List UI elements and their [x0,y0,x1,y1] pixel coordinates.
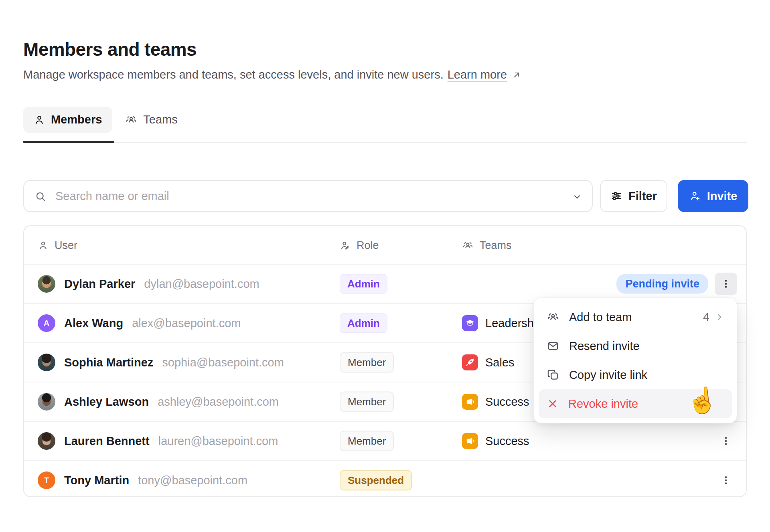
tab-teams-label: Teams [143,113,177,126]
users-icon [547,311,559,324]
menu-item-label: Copy invite link [569,368,647,382]
column-teams: Teams [462,226,512,265]
role-badge: Member [340,392,394,412]
mail-icon [547,340,559,352]
avatar: T [38,471,55,489]
menu-item-resend-invite[interactable]: Resend invite [539,332,732,360]
row-menu-button[interactable] [715,469,737,492]
member-email: ashley@basepoint.com [158,395,279,409]
kebab-icon [720,278,732,289]
copy-icon [547,368,559,381]
user-icon [38,240,49,251]
kebab-icon [720,475,732,486]
menu-item-label: Add to team [569,311,632,324]
member-name: Tony Martin [64,474,129,487]
member-name: Sophia Martinez [64,356,153,369]
column-role-label: Role [357,239,379,252]
menu-item-label: Resend invite [569,340,640,353]
pending-invite-badge: Pending invite [616,274,708,294]
menu-item-add-to-team[interactable]: Add to team 4 [539,303,732,332]
column-user: User [38,226,77,265]
search-input[interactable] [55,182,573,210]
avatar [38,432,55,450]
graduation-cap-icon [462,315,478,331]
role-badge: Admin [340,314,387,333]
member-name: Lauren Bennett [64,435,150,448]
member-email: alex@basepoint.com [132,317,241,330]
member-email: tony@basepoint.com [138,474,247,487]
rocket-icon [462,354,478,370]
role-badge: Member [340,431,394,451]
kebab-icon [720,435,732,447]
menu-item-label: Revoke invite [568,397,638,411]
member-name: Dylan Parker [64,277,135,291]
avatar [38,275,55,293]
x-icon [547,398,559,410]
table-row-lauren-bennett[interactable]: Lauren Bennett lauren@basepoint.com Memb… [24,422,746,460]
row-menu-button[interactable] [715,430,737,452]
member-email: sophia@basepoint.com [162,356,284,369]
team-chip: Sales [462,343,515,382]
column-user-label: User [55,239,77,252]
avatar: A [38,314,55,332]
team-chip: Success [462,422,529,460]
tab-members-label: Members [51,113,102,126]
filter-button-label: Filter [628,190,657,203]
chevron-right-icon [714,312,725,322]
subtitle-text: Manage workspace members and teams, set … [23,68,444,81]
page-subtitle: Manage workspace members and teams, set … [23,68,521,81]
avatar [38,393,55,411]
table-row-tony-martin[interactable]: T Tony Martin tony@basepoint.com Suspend… [24,461,746,500]
team-name: Success [485,395,529,409]
active-tab-underline [23,141,114,143]
team-chip: Success [462,382,529,421]
table-header: User Role Teams [24,226,746,265]
role-badge: Suspended [340,470,412,491]
tab-members[interactable]: Members [23,107,112,133]
role-badge: Admin [340,274,387,294]
member-email: dylan@basepoint.com [144,277,259,291]
chevron-down-icon[interactable] [572,192,582,202]
team-name: Success [485,435,529,448]
team-count: 4 [703,311,709,324]
invite-button-label: Invite [707,190,738,203]
learn-more-link[interactable]: Learn more [448,68,507,81]
team-chip: Leadership [462,304,543,342]
hand-cursor: ☝ [685,384,719,417]
search-box [23,180,593,212]
users-icon [462,240,474,251]
tabs-divider [23,142,747,143]
sliders-icon [610,190,622,202]
team-name: Sales [485,356,515,369]
user-plus-icon [689,190,701,202]
tab-bar: Members Teams [23,107,188,133]
megaphone-icon [462,433,478,449]
member-email: lauren@basepoint.com [158,435,278,448]
avatar [38,354,55,371]
column-teams-label: Teams [480,239,512,252]
invite-button[interactable]: Invite [678,180,748,212]
menu-item-copy-invite-link[interactable]: Copy invite link [539,360,732,389]
page-title: Members and teams [23,38,197,60]
search-icon [34,190,47,202]
filter-button[interactable]: Filter [600,180,667,212]
user-edit-icon [340,240,351,251]
user-icon [34,114,45,125]
role-badge: Member [340,352,394,373]
tab-teams[interactable]: Teams [120,107,188,133]
row-menu-button[interactable] [715,273,737,295]
members-and-teams-page: Members and teams Manage workspace membe… [0,0,770,532]
megaphone-icon [462,394,478,410]
member-name: Ashley Lawson [64,395,149,409]
column-role: Role [340,226,379,265]
arrow-up-right-icon [512,70,521,80]
users-icon [125,114,137,126]
member-name: Alex Wang [64,317,123,330]
